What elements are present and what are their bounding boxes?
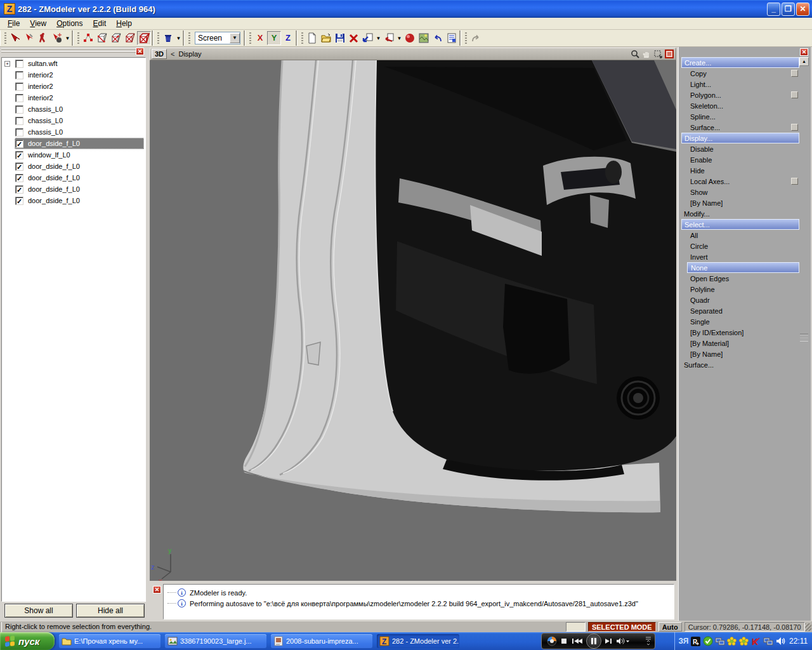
tree-row[interactable]: ✓door_dside_f_L0 bbox=[2, 172, 145, 183]
menu-edit[interactable]: Edit bbox=[88, 18, 112, 29]
orbit-icon[interactable] bbox=[653, 49, 663, 59]
taskbar-task-button[interactable]: Z282 - ZModeler ver 2.... bbox=[377, 634, 459, 648]
axis-x-button[interactable]: X bbox=[253, 31, 267, 45]
command-options-box[interactable] bbox=[791, 91, 798, 98]
undo-button[interactable] bbox=[431, 31, 445, 45]
wmp-volume-button[interactable] bbox=[615, 637, 629, 646]
toolbar-grip[interactable] bbox=[188, 32, 190, 44]
kaspersky-icon[interactable]: K bbox=[750, 636, 761, 647]
radmin-icon[interactable]: R bbox=[690, 636, 701, 647]
visibility-checkbox[interactable] bbox=[15, 71, 23, 79]
resize-grip-icon[interactable] bbox=[805, 623, 811, 631]
new-file-button[interactable] bbox=[305, 31, 319, 45]
visibility-checkbox[interactable] bbox=[15, 117, 23, 125]
visibility-checkbox[interactable]: ✓ bbox=[15, 185, 23, 194]
tree-item-label[interactable]: window_lf_L0 bbox=[27, 150, 72, 159]
wmp-pause-button[interactable] bbox=[586, 633, 601, 649]
command-open-edges[interactable]: Open Edges bbox=[681, 273, 799, 284]
visibility-checkbox[interactable] bbox=[15, 60, 23, 68]
edges-level-button[interactable] bbox=[95, 31, 109, 45]
toolbar-grip[interactable] bbox=[249, 32, 251, 44]
command-polygon[interactable]: Polygon... bbox=[681, 90, 799, 100]
log-window-button[interactable] bbox=[445, 31, 459, 45]
menu-options[interactable]: Options bbox=[51, 18, 88, 29]
close-panel-icon[interactable]: ✕ bbox=[136, 48, 144, 55]
screen-space-select[interactable]: Screen▼ bbox=[195, 32, 240, 44]
command-by-material[interactable]: [By Material] bbox=[681, 338, 799, 348]
tree-item-label[interactable]: interior2 bbox=[27, 93, 55, 102]
command-circle[interactable]: Circle bbox=[681, 241, 799, 251]
command-display[interactable]: Display... bbox=[681, 133, 799, 143]
objects-level-button[interactable] bbox=[137, 31, 151, 45]
restore-button[interactable]: ❐ bbox=[782, 3, 795, 16]
tree-item-label[interactable]: chassis_L0 bbox=[27, 105, 64, 114]
open-file-button[interactable] bbox=[319, 31, 333, 45]
scroll-grip[interactable] bbox=[800, 334, 808, 342]
dropdown-arrow-icon[interactable]: ▼ bbox=[396, 31, 403, 45]
visibility-checkbox[interactable] bbox=[15, 94, 23, 102]
tree-item-label[interactable]: sultan.wft bbox=[27, 59, 58, 68]
dropdown-arrow-icon[interactable]: ▼ bbox=[375, 31, 382, 45]
viewport-mode-button[interactable]: 3D bbox=[152, 49, 167, 59]
zoom-icon[interactable] bbox=[630, 49, 640, 59]
tree-row[interactable]: +sultan.wft bbox=[2, 58, 145, 69]
network-icon[interactable] bbox=[763, 636, 773, 647]
close-button[interactable]: ✕ bbox=[796, 3, 809, 16]
visibility-checkbox[interactable]: ✓ bbox=[15, 174, 23, 182]
command-options-box[interactable] bbox=[791, 178, 798, 185]
axis-z-button[interactable]: Z bbox=[281, 31, 295, 45]
import-button[interactable] bbox=[361, 31, 375, 45]
command-enable[interactable]: Enable bbox=[681, 154, 799, 165]
panel-grip[interactable] bbox=[1, 48, 142, 55]
start-button[interactable]: пуск bbox=[0, 632, 55, 650]
export-button[interactable] bbox=[382, 31, 396, 45]
network-icon[interactable] bbox=[714, 636, 725, 647]
icq-flower-icon[interactable] bbox=[726, 636, 737, 647]
visibility-checkbox[interactable]: ✓ bbox=[15, 197, 23, 205]
command-light[interactable]: Light... bbox=[681, 79, 799, 90]
tree-item-label[interactable]: interior2 bbox=[27, 70, 55, 79]
hide-all-button[interactable]: Hide all bbox=[76, 604, 145, 618]
select-tool-4-button[interactable] bbox=[50, 31, 64, 45]
toolbar-grip[interactable] bbox=[465, 32, 467, 44]
tree-item-label[interactable]: interior2 bbox=[27, 82, 55, 91]
dropdown-arrow-icon[interactable]: ▼ bbox=[175, 31, 182, 45]
menu-file[interactable]: File bbox=[3, 18, 25, 29]
scroll-up-icon[interactable]: ▲ bbox=[799, 57, 809, 66]
icq-flower-icon[interactable] bbox=[738, 636, 749, 647]
tree-item-label[interactable]: door_dside_f_L0 bbox=[27, 162, 81, 171]
select-tool-2-button[interactable] bbox=[22, 31, 36, 45]
visibility-checkbox[interactable]: ✓ bbox=[15, 140, 23, 148]
toolbar-grip[interactable] bbox=[301, 32, 303, 44]
command-by-id-extension[interactable]: [By ID/Extension] bbox=[681, 327, 799, 338]
viewport-back-arrow[interactable]: < bbox=[171, 50, 174, 58]
material-editor-button[interactable] bbox=[417, 31, 431, 45]
command-polyline[interactable]: Polyline bbox=[681, 284, 799, 295]
delete-button[interactable] bbox=[347, 31, 361, 45]
axis-y-button[interactable]: Y bbox=[267, 31, 281, 45]
command-options-box[interactable] bbox=[791, 124, 798, 131]
dropdown-arrow-icon[interactable]: ▼ bbox=[64, 31, 71, 45]
tree-item-label[interactable]: chassis_L0 bbox=[27, 128, 64, 136]
close-commands-icon[interactable]: ✕ bbox=[800, 48, 808, 56]
tree-item-label[interactable]: door_dside_f_L0 bbox=[27, 139, 81, 148]
save-file-button[interactable] bbox=[333, 31, 347, 45]
tree-row[interactable]: ✓door_dside_f_L0 bbox=[2, 183, 145, 195]
pan-hand-icon[interactable] bbox=[641, 49, 652, 59]
command-spline[interactable]: Spline... bbox=[681, 111, 799, 122]
viewport-3d[interactable]: y z x bbox=[150, 60, 676, 581]
tree-row[interactable]: ✓door_dside_f_L0 bbox=[2, 161, 145, 172]
tree-row[interactable]: interior2 bbox=[2, 92, 145, 103]
select-tool-3-button[interactable] bbox=[36, 31, 50, 45]
tree-row[interactable]: chassis_L0 bbox=[2, 126, 145, 138]
combo-dropdown-icon[interactable]: ▼ bbox=[230, 33, 240, 43]
tree-item-label[interactable]: chassis_L0 bbox=[27, 116, 64, 125]
polygons-level-button[interactable] bbox=[123, 31, 137, 45]
volume-icon[interactable] bbox=[775, 636, 785, 647]
redo-disabled-button[interactable] bbox=[469, 31, 483, 45]
command-all[interactable]: All bbox=[681, 230, 799, 241]
toolbar-grip[interactable] bbox=[4, 32, 6, 44]
command-create[interactable]: Create... bbox=[681, 57, 799, 68]
show-all-button[interactable]: Show all bbox=[4, 604, 73, 618]
command-select[interactable]: Select... bbox=[681, 219, 799, 230]
